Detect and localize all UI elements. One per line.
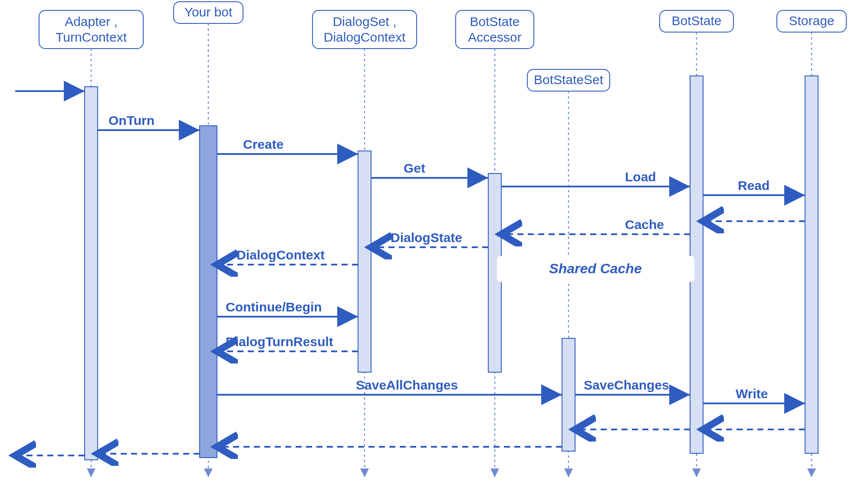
lane-bot-line1: Your bot <box>184 5 233 19</box>
msg-load: Load <box>501 170 690 187</box>
msg-load-label: Load <box>625 170 656 184</box>
lane-dialog-line1: DialogSet , <box>333 14 397 29</box>
activation-dialog <box>358 151 371 372</box>
activation-adapter <box>85 87 98 460</box>
msg-savechanges-label: SaveChanges <box>584 378 669 392</box>
msg-dialogcontext: DialogContext <box>217 248 358 265</box>
msg-dialogcontext-label: DialogContext <box>237 248 325 262</box>
msg-onturn-label: OnTurn <box>108 113 155 128</box>
msg-dialogturnresult-label: DialogTurnResult <box>226 334 333 349</box>
msg-continuebegin: Continue/Begin <box>217 300 358 317</box>
lane-accessor-line1: BotState <box>470 14 519 29</box>
lane-botstate-line1: BotState <box>671 13 721 28</box>
lane-accessor-line2: Accessor <box>468 30 521 44</box>
msg-cache: Cache <box>501 217 690 234</box>
msg-savechanges: SaveChanges <box>575 378 690 395</box>
msg-saveallchanges: SaveAllChanges <box>217 378 562 395</box>
lane-adapter-line1: Adapter , <box>65 14 118 29</box>
msg-write-label: Write <box>736 386 768 401</box>
msg-cache-label: Cache <box>625 217 664 232</box>
msg-write: Write <box>703 386 805 403</box>
activation-stateset <box>562 338 575 451</box>
msg-create-label: Create <box>243 137 283 151</box>
lane-storage-line1: Storage <box>789 13 834 28</box>
shared-cache-box: Shared Cache <box>497 256 694 282</box>
msg-continuebegin-label: Continue/Begin <box>226 300 322 314</box>
msg-get: Get <box>371 161 488 178</box>
lane-adapter-line2: TurnContext <box>56 30 127 44</box>
msg-onturn: OnTurn <box>98 113 200 130</box>
msg-read-label: Read <box>738 178 769 193</box>
activation-bot <box>200 126 217 458</box>
activation-storage <box>805 76 818 453</box>
shared-cache-label: Shared Cache <box>549 261 641 276</box>
msg-create: Create <box>217 137 358 154</box>
msg-get-label: Get <box>404 161 425 175</box>
msg-read: Read <box>703 178 805 195</box>
lane-stateset-line1: BotStateSet <box>534 72 604 87</box>
msg-dialogturnresult: DialogTurnResult <box>217 334 358 351</box>
msg-saveallchanges-label: SaveAllChanges <box>356 378 458 392</box>
lane-dialog-line2: DialogContext <box>324 30 406 44</box>
msg-dialogstate: DialogState <box>371 230 488 247</box>
msg-dialogstate-label: DialogState <box>391 230 462 245</box>
